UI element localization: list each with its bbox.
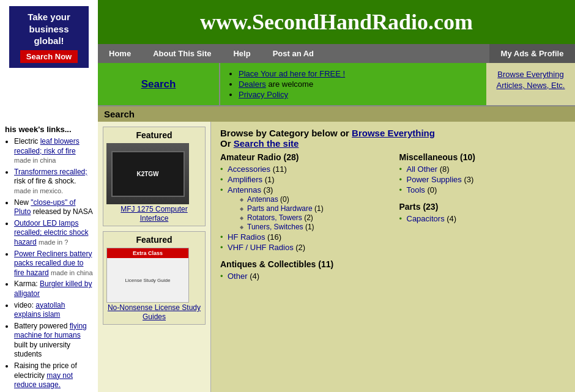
nav-bar: Home About This Site Help Post an Ad My … [98, 44, 575, 63]
list-item: HF Radios (16) [220, 232, 387, 242]
nav-post-ad[interactable]: Post an Ad [262, 44, 325, 63]
list-item: Parts and Hardware (1) [240, 204, 387, 213]
featured-item-2-link[interactable]: No-Nonsense License Study Guides [108, 303, 201, 321]
featured-title-1: Featured [106, 130, 202, 140]
week-links-title: his week's links... [5, 125, 93, 134]
list-item: All Other (8) [399, 165, 566, 174]
license-image: Extra Class License Study Guide [106, 248, 189, 303]
ad-title: Take your business global! [14, 11, 84, 47]
featured-title-2: Featured [106, 235, 202, 245]
list-item: Power Supplies (3) [399, 175, 566, 184]
list-item: Rotators, Towers (2) [240, 213, 387, 222]
privacy-link[interactable]: Privacy Policy [239, 90, 288, 99]
browse-header: Browse by Category below or Browse Every… [220, 128, 566, 149]
antennas-sublist: Antennas (0) Parts and Hardware (1) Rota… [228, 195, 387, 231]
list-item: VHF / UHF Radios (2) [220, 243, 387, 252]
amplifiers-link[interactable]: Amplifiers [228, 175, 262, 184]
cat-misc: Miscellaneous (10) All Other (8) Power S… [399, 152, 566, 194]
list-item: Capacitors (4) [399, 214, 566, 223]
left-cat-col: Amateur Radio (28) Accessories (11) Ampl… [220, 152, 387, 288]
cat-title-parts: Parts (23) [399, 202, 566, 212]
amateur-radio-link[interactable]: Amateur Radio [220, 152, 281, 162]
search-site-link[interactable]: Search the site [234, 138, 299, 149]
parts-link[interactable]: Parts [399, 202, 421, 212]
cat-title-amateur: Amateur Radio (28) [220, 152, 387, 162]
info-cell: Place Your ad here for FREE ! Dealers ar… [220, 63, 486, 105]
place-ad-link[interactable]: Place Your ad here for FREE ! [239, 69, 345, 78]
featured-item-1-link[interactable]: MFJ 1275 Computer Interface [121, 205, 187, 223]
vhf-uhf-link[interactable]: VHF / UHF Radios [228, 243, 294, 252]
list-item: Antennas (0) [240, 195, 387, 204]
parts-hardware-link[interactable]: Parts and Hardware [247, 204, 313, 213]
flying-machine-link[interactable]: flying machine for humans [14, 322, 87, 340]
antiques-list: Other (4) [220, 272, 387, 281]
nav-help[interactable]: Help [222, 44, 261, 63]
parts-list: Capacitors (4) [399, 214, 566, 223]
all-other-link[interactable]: All Other [407, 165, 438, 174]
rotators-link[interactable]: Rotators, Towers [247, 213, 302, 222]
antiques-link[interactable]: Antiques & Collectibles [220, 259, 316, 269]
leaf-blowers-link[interactable]: leaf blowers recalled; risk of fire [14, 137, 80, 155]
cat-title-antiques: Antiques & Collectibles (11) [220, 259, 387, 269]
search-link[interactable]: Search [141, 78, 176, 91]
antennas-link[interactable]: Antennas [228, 185, 261, 194]
articles-link[interactable]: Articles, News, Etc. [491, 81, 570, 90]
featured-box-2: Featured Extra Class License Study Guide… [103, 231, 206, 325]
dealers-link[interactable]: Dealers [239, 80, 266, 89]
radio-image: K2TGW [106, 143, 189, 204]
list-item: New "close-ups" of Pluto released by NAS… [14, 198, 93, 217]
search-label-bar: Search [98, 106, 575, 122]
list-item: Battery powered flying machine for human… [14, 322, 93, 360]
power-supplies-link[interactable]: Power Supplies [407, 175, 462, 184]
nav-my-ads[interactable]: My Ads & Profile [489, 44, 575, 63]
list-item: video: ayatollah explains islam [14, 301, 93, 320]
accessories-link[interactable]: Accessories [228, 165, 270, 174]
pluto-link[interactable]: "close-ups" of Pluto [14, 198, 76, 216]
list-item: Tools (0) [399, 185, 566, 194]
ad-banner: Take your business global! Search Now [9, 6, 89, 68]
browse-everything-link[interactable]: Browse Everything [491, 70, 570, 79]
list-item: Karma: Burgler killed by alligator [14, 279, 93, 298]
browse-all-link[interactable]: Browse Everything [352, 128, 435, 138]
cat-title-misc: Miscellaneous (10) [399, 152, 566, 162]
list-item: Antennas (3) Antennas (0) Parts and Hard… [220, 185, 387, 231]
list-item: Tuners, Switches (1) [240, 223, 387, 231]
electricity-link[interactable]: may not reduce usage. [14, 371, 73, 390]
tuners-link[interactable]: Tuners, Switches [247, 223, 303, 231]
featured-box-1: Featured K2TGW MFJ 1275 Computer Interfa… [103, 127, 206, 226]
list-item: Power Recliners battery packs recalled d… [14, 250, 93, 278]
category-grid: Amateur Radio (28) Accessories (11) Ampl… [220, 152, 566, 288]
cat-antiques: Antiques & Collectibles (11) Other (4) [220, 259, 387, 281]
featured-col: Featured K2TGW MFJ 1275 Computer Interfa… [98, 122, 211, 392]
amateur-radio-list: Accessories (11) Amplifiers (1) Antennas… [220, 165, 387, 252]
list-item: Accessories (11) [220, 165, 387, 174]
site-header: www.SecondHandRadio.com [98, 0, 575, 44]
alligator-link[interactable]: Burgler killed by alligator [14, 279, 92, 298]
browse-col: Browse by Category below or Browse Every… [211, 122, 575, 392]
radio-label: K2TGW [136, 171, 158, 177]
list-item: Amplifiers (1) [220, 175, 387, 184]
cat-amateur-radio: Amateur Radio (28) Accessories (11) Ampl… [220, 152, 387, 252]
tools-link[interactable]: Tools [407, 185, 425, 194]
transformers-link[interactable]: Transformers recalled; [14, 168, 87, 176]
sidebar-lower: his week's links... Electric leaf blower… [0, 122, 98, 392]
list-item: Outdoor LED lamps recalled; electric sho… [14, 219, 93, 248]
misc-link[interactable]: Miscellaneous [399, 152, 458, 162]
list-item: Raising the price of electricity may not… [14, 361, 93, 390]
ad-search-button[interactable]: Search Now [20, 50, 78, 63]
browse-cell: Browse Everything Articles, News, Etc. [486, 63, 575, 105]
nav-about[interactable]: About This Site [142, 44, 222, 63]
info-row: Search Place Your ad here for FREE ! Dea… [98, 63, 575, 106]
ayatollah-link[interactable]: ayatollah explains islam [14, 301, 65, 319]
cat-parts: Parts (23) Capacitors (4) [399, 202, 566, 223]
list-item: Electric leaf blowers recalled; risk of … [14, 137, 93, 166]
hf-radios-link[interactable]: HF Radios [228, 232, 265, 242]
right-cat-col: Miscellaneous (10) All Other (8) Power S… [399, 152, 566, 288]
list-item: Other (4) [220, 272, 387, 281]
other-antiques-link[interactable]: Other [228, 272, 248, 281]
antennas-sub-link[interactable]: Antennas [247, 195, 278, 204]
search-cell: Search [98, 63, 220, 105]
list-item: Transformers recalled; risk of fire & sh… [14, 168, 93, 196]
capacitors-link[interactable]: Capacitors [407, 214, 445, 223]
nav-home[interactable]: Home [98, 44, 142, 63]
